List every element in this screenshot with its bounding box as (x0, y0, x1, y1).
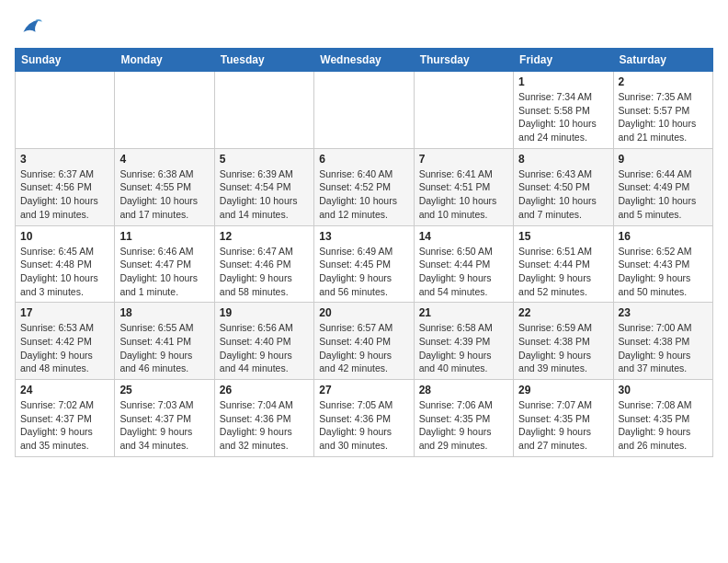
day-info: Sunrise: 7:03 AMSunset: 4:37 PMDaylight:… (119, 398, 209, 453)
day-number: 19 (220, 306, 309, 319)
calendar-cell-1-4 (314, 72, 414, 149)
day-number: 3 (20, 153, 109, 166)
logo-bird-icon (17, 15, 42, 40)
day-number: 7 (419, 153, 508, 166)
calendar-cell-4-6: 22Sunrise: 6:59 AMSunset: 4:38 PMDayligh… (514, 303, 613, 380)
calendar-cell-5-5: 28Sunrise: 7:06 AMSunset: 4:35 PMDayligh… (414, 380, 513, 457)
day-info: Sunrise: 7:35 AMSunset: 5:57 PMDaylight:… (619, 90, 708, 144)
calendar-header-thursday: Thursday (414, 49, 513, 72)
day-number: 1 (518, 75, 608, 88)
calendar-cell-5-4: 27Sunrise: 7:05 AMSunset: 4:36 PMDayligh… (314, 380, 414, 457)
day-info: Sunrise: 7:00 AMSunset: 4:38 PMDaylight:… (619, 321, 708, 375)
calendar-cell-1-7: 2Sunrise: 7:35 AMSunset: 5:57 PMDaylight… (613, 72, 712, 149)
calendar-header-wednesday: Wednesday (314, 49, 414, 72)
calendar-cell-2-3: 5Sunrise: 6:39 AMSunset: 4:54 PMDaylight… (214, 148, 313, 225)
calendar-cell-1-5 (414, 72, 513, 149)
day-number: 5 (220, 153, 309, 166)
day-info: Sunrise: 6:58 AMSunset: 4:39 PMDaylight:… (419, 321, 508, 375)
day-info: Sunrise: 6:43 AMSunset: 4:50 PMDaylight:… (518, 167, 608, 222)
calendar-cell-3-2: 11Sunrise: 6:46 AMSunset: 4:47 PMDayligh… (115, 225, 214, 303)
calendar-cell-4-7: 23Sunrise: 7:00 AMSunset: 4:38 PMDayligh… (613, 303, 712, 380)
day-info: Sunrise: 6:45 AMSunset: 4:48 PMDaylight:… (20, 245, 109, 299)
day-info: Sunrise: 6:37 AMSunset: 4:56 PMDaylight:… (20, 167, 109, 222)
day-info: Sunrise: 6:59 AMSunset: 4:38 PMDaylight:… (518, 321, 608, 375)
calendar-week-5: 24Sunrise: 7:02 AMSunset: 4:37 PMDayligh… (16, 380, 713, 457)
day-number: 6 (319, 153, 408, 166)
calendar-cell-4-4: 20Sunrise: 6:57 AMSunset: 4:40 PMDayligh… (314, 303, 414, 380)
calendar-cell-5-7: 30Sunrise: 7:08 AMSunset: 4:35 PMDayligh… (613, 380, 712, 457)
calendar-cell-3-4: 13Sunrise: 6:49 AMSunset: 4:45 PMDayligh… (314, 225, 414, 303)
calendar-header-monday: Monday (115, 49, 214, 72)
day-number: 15 (518, 230, 608, 243)
calendar-header-friday: Friday (514, 49, 613, 72)
day-number: 20 (319, 306, 408, 319)
calendar-cell-1-2 (115, 72, 214, 149)
day-info: Sunrise: 6:55 AMSunset: 4:41 PMDaylight:… (119, 321, 209, 375)
calendar-cell-1-1 (16, 72, 115, 149)
calendar-cell-4-2: 18Sunrise: 6:55 AMSunset: 4:41 PMDayligh… (115, 303, 214, 380)
day-number: 17 (20, 306, 109, 319)
day-info: Sunrise: 6:39 AMSunset: 4:54 PMDaylight:… (220, 167, 309, 222)
day-number: 2 (619, 75, 708, 88)
day-number: 13 (319, 230, 408, 243)
day-info: Sunrise: 6:41 AMSunset: 4:51 PMDaylight:… (419, 167, 508, 222)
day-number: 27 (319, 384, 408, 396)
day-info: Sunrise: 6:57 AMSunset: 4:40 PMDaylight:… (319, 321, 408, 375)
day-number: 29 (518, 384, 608, 396)
day-info: Sunrise: 7:04 AMSunset: 4:36 PMDaylight:… (220, 398, 309, 453)
calendar-cell-3-6: 15Sunrise: 6:51 AMSunset: 4:44 PMDayligh… (514, 225, 613, 303)
calendar-table: SundayMondayTuesdayWednesdayThursdayFrid… (15, 48, 713, 457)
day-info: Sunrise: 6:40 AMSunset: 4:52 PMDaylight:… (319, 167, 408, 222)
calendar-cell-2-6: 8Sunrise: 6:43 AMSunset: 4:50 PMDaylight… (514, 148, 613, 225)
day-info: Sunrise: 6:44 AMSunset: 4:49 PMDaylight:… (619, 167, 708, 222)
calendar-week-1: 1Sunrise: 7:34 AMSunset: 5:58 PMDaylight… (16, 72, 713, 149)
day-number: 22 (518, 306, 608, 319)
day-info: Sunrise: 6:38 AMSunset: 4:55 PMDaylight:… (119, 167, 209, 222)
calendar-header-saturday: Saturday (613, 49, 712, 72)
day-number: 10 (20, 230, 109, 243)
day-info: Sunrise: 6:56 AMSunset: 4:40 PMDaylight:… (220, 321, 309, 375)
day-info: Sunrise: 6:47 AMSunset: 4:46 PMDaylight:… (220, 245, 309, 299)
day-number: 14 (419, 230, 508, 243)
calendar-cell-1-6: 1Sunrise: 7:34 AMSunset: 5:58 PMDaylight… (514, 72, 613, 149)
day-number: 12 (220, 230, 309, 243)
calendar-cell-2-4: 6Sunrise: 6:40 AMSunset: 4:52 PMDaylight… (314, 148, 414, 225)
day-info: Sunrise: 7:08 AMSunset: 4:35 PMDaylight:… (619, 398, 708, 453)
page-header (15, 15, 713, 40)
day-info: Sunrise: 6:53 AMSunset: 4:42 PMDaylight:… (20, 321, 109, 375)
calendar-cell-3-3: 12Sunrise: 6:47 AMSunset: 4:46 PMDayligh… (214, 225, 313, 303)
calendar-week-3: 10Sunrise: 6:45 AMSunset: 4:48 PMDayligh… (16, 225, 713, 303)
day-number: 26 (220, 384, 309, 396)
day-number: 8 (518, 153, 608, 166)
day-number: 28 (419, 384, 508, 396)
calendar-cell-4-5: 21Sunrise: 6:58 AMSunset: 4:39 PMDayligh… (414, 303, 513, 380)
day-number: 21 (419, 306, 508, 319)
day-info: Sunrise: 7:06 AMSunset: 4:35 PMDaylight:… (419, 398, 508, 453)
calendar-cell-4-1: 17Sunrise: 6:53 AMSunset: 4:42 PMDayligh… (16, 303, 115, 380)
calendar-cell-2-5: 7Sunrise: 6:41 AMSunset: 4:51 PMDaylight… (414, 148, 513, 225)
day-number: 25 (119, 384, 209, 396)
day-number: 30 (619, 384, 708, 396)
day-number: 11 (119, 230, 209, 243)
calendar-cell-2-1: 3Sunrise: 6:37 AMSunset: 4:56 PMDaylight… (16, 148, 115, 225)
day-number: 18 (119, 306, 209, 319)
logo (15, 15, 42, 40)
calendar-cell-4-3: 19Sunrise: 6:56 AMSunset: 4:40 PMDayligh… (214, 303, 313, 380)
day-number: 4 (119, 153, 209, 166)
calendar-week-4: 17Sunrise: 6:53 AMSunset: 4:42 PMDayligh… (16, 303, 713, 380)
calendar-cell-2-7: 9Sunrise: 6:44 AMSunset: 4:49 PMDaylight… (613, 148, 712, 225)
day-info: Sunrise: 7:07 AMSunset: 4:35 PMDaylight:… (518, 398, 608, 453)
calendar-cell-3-7: 16Sunrise: 6:52 AMSunset: 4:43 PMDayligh… (613, 225, 712, 303)
day-info: Sunrise: 6:50 AMSunset: 4:44 PMDaylight:… (419, 245, 508, 299)
day-info: Sunrise: 7:05 AMSunset: 4:36 PMDaylight:… (319, 398, 408, 453)
day-number: 16 (619, 230, 708, 243)
day-info: Sunrise: 6:46 AMSunset: 4:47 PMDaylight:… (119, 245, 209, 299)
day-info: Sunrise: 6:52 AMSunset: 4:43 PMDaylight:… (619, 245, 708, 299)
calendar-week-2: 3Sunrise: 6:37 AMSunset: 4:56 PMDaylight… (16, 148, 713, 225)
day-number: 23 (619, 306, 708, 319)
calendar-cell-1-3 (214, 72, 313, 149)
day-info: Sunrise: 7:02 AMSunset: 4:37 PMDaylight:… (20, 398, 109, 453)
day-info: Sunrise: 6:49 AMSunset: 4:45 PMDaylight:… (319, 245, 408, 299)
calendar-cell-5-6: 29Sunrise: 7:07 AMSunset: 4:35 PMDayligh… (514, 380, 613, 457)
day-number: 9 (619, 153, 708, 166)
